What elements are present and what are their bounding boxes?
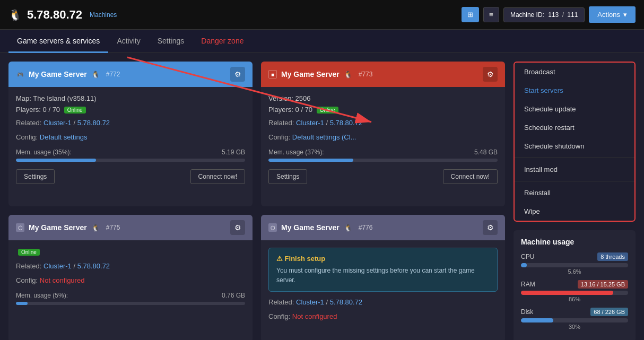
card-header-772: 🎮 My Game Server 🐧 #772 ⚙ <box>8 62 253 87</box>
tab-game-servers[interactable]: Game servers & services <box>8 30 108 53</box>
disk-label: Disk <box>521 308 533 316</box>
ram-badge: 13.16 / 15.25 GB <box>578 280 628 289</box>
dropdown-item-schedule-shutdown[interactable]: Schedule shutdown <box>515 137 634 155</box>
card-body-776: ⚠ Finish setup You must configure the mi… <box>261 240 505 328</box>
main-content: 🎮 My Game Server 🐧 #772 ⚙ Map: The Islan… <box>0 53 644 340</box>
card-icon-772: 🎮 <box>16 70 24 79</box>
dropdown-divider-1 <box>515 158 634 158</box>
warning-title-776: ⚠ Finish setup <box>276 255 490 263</box>
settings-button-773[interactable]: Settings <box>268 169 307 184</box>
card-body-773: Version: 2506 Players: 0 / 70 Online Rel… <box>261 87 505 191</box>
gear-button-776[interactable]: ⚙ <box>483 220 498 235</box>
disk-row: Disk 68 / 226 GB 30% <box>521 308 628 330</box>
card-body-775: Online Related: Cluster-1 / 5.78.80.72 C… <box>8 240 253 312</box>
card-config-776: Config: Not configured <box>268 312 498 320</box>
server-card-776: ⬡ My Game Server 🐧 #776 ⚙ ⚠ Finish setup… <box>261 215 505 340</box>
grid-view-button[interactable]: ⊞ <box>462 7 479 22</box>
tab-activity[interactable]: Activity <box>108 30 149 53</box>
mem-section-773: Mem. usage (37%): 5.48 GB <box>268 149 498 162</box>
tab-danger-zone[interactable]: Danger zone <box>193 30 252 53</box>
card-name-776: My Game Server <box>281 223 340 232</box>
card-name-772: My Game Server <box>29 70 87 79</box>
dropdown-item-schedule-restart[interactable]: Schedule restart <box>515 118 634 137</box>
card-related-776: Related: Cluster-1 / 5.78.80.72 <box>268 298 498 306</box>
card-name-775: My Game Server <box>29 223 87 232</box>
card-actions-772: Settings Connect now! <box>16 169 245 184</box>
linux-logo-icon: 🐧 <box>8 8 22 21</box>
linux-icon-776: 🐧 <box>344 224 352 232</box>
card-related-772: Related: Cluster-1 / 5.78.80.72 <box>16 119 245 127</box>
gear-button-773[interactable]: ⚙ <box>483 67 498 82</box>
dropdown-item-install-mod[interactable]: Install mod <box>515 160 634 179</box>
card-num-775: #775 <box>106 224 120 231</box>
ip-link-773[interactable]: 5.78.80.72 <box>330 119 362 127</box>
linux-icon-773: 🐧 <box>344 71 352 79</box>
config-link-773[interactable]: Default settings (Cl... <box>292 133 356 141</box>
actions-button[interactable]: Actions <box>589 6 636 23</box>
connect-button-773[interactable]: Connect now! <box>443 169 498 184</box>
config-link-775[interactable]: Not configured <box>40 276 85 284</box>
list-view-button[interactable]: ≡ <box>483 7 499 22</box>
cluster-link-775[interactable]: Cluster-1 <box>43 262 72 270</box>
ip-link-775[interactable]: 5.78.80.72 <box>77 262 110 270</box>
cluster-link-776[interactable]: Cluster-1 <box>296 298 324 306</box>
cpu-progress <box>521 263 628 267</box>
dropdown-item-reinstall[interactable]: Reinstall <box>515 184 634 202</box>
cluster-link-773[interactable]: Cluster-1 <box>296 119 324 127</box>
card-num-773: #773 <box>359 71 373 78</box>
machine-usage-panel: Machine usage CPU 8 threads 5.6% RAM 13.… <box>514 230 636 340</box>
ip-link-776[interactable]: 5.78.80.72 <box>330 298 362 306</box>
dropdown-item-schedule-update[interactable]: Schedule update <box>515 100 634 118</box>
machine-ip: 5.78.80.72 <box>27 8 82 22</box>
machine-id-1: 113 <box>548 11 559 19</box>
status-badge-773: Online <box>317 107 338 114</box>
dropdown-item-wipe[interactable]: Wipe <box>515 202 634 221</box>
machine-id-sep: / <box>562 11 564 19</box>
mem-section-775: Mem. usage (5%): 0.76 GB <box>16 292 245 305</box>
disk-progress <box>521 318 628 322</box>
machine-usage-title: Machine usage <box>521 238 628 246</box>
status-area-775: Online <box>16 248 245 256</box>
tab-settings[interactable]: Settings <box>149 30 193 53</box>
gear-button-772[interactable]: ⚙ <box>230 67 245 82</box>
config-link-776[interactable]: Not configured <box>292 312 337 320</box>
dropdown-item-broadcast[interactable]: Broadcast <box>515 63 634 81</box>
card-num-776: #776 <box>359 224 373 231</box>
machine-id-2: 111 <box>567 11 578 19</box>
connect-button-772[interactable]: Connect now! <box>190 169 245 184</box>
card-header-775: ⬡ My Game Server 🐧 #775 ⚙ <box>8 215 253 240</box>
mem-progress-775 <box>16 302 245 305</box>
actions-dropdown: Broadcast Start servers Schedule update … <box>514 62 636 222</box>
mem-progress-772 <box>16 159 245 162</box>
card-name-773: My Game Server <box>281 70 340 79</box>
card-info-map-772: Map: The Island (v358.11) <box>16 94 245 102</box>
card-info-players-773: Players: 0 / 70 Online <box>268 106 498 114</box>
mem-progress-773 <box>268 159 498 162</box>
card-body-772: Map: The Island (v358.11) Players: 0 / 7… <box>8 87 253 191</box>
cluster-link-772[interactable]: Cluster-1 <box>43 119 72 127</box>
card-config-772: Config: Default settings <box>16 133 245 141</box>
card-info-version-773: Version: 2506 <box>268 94 498 102</box>
machine-id-label: Machine ID: <box>510 11 544 19</box>
ip-link-772[interactable]: 5.78.80.72 <box>77 119 110 127</box>
warning-box-776: ⚠ Finish setup You must configure the mi… <box>268 248 498 292</box>
warning-text-776: You must configure the missing settings … <box>276 266 490 285</box>
tabs-bar: Game servers & services Activity Setting… <box>0 30 644 53</box>
card-related-773: Related: Cluster-1 / 5.78.80.72 <box>268 119 498 127</box>
ram-row: RAM 13.16 / 15.25 GB 86% <box>521 280 628 302</box>
mem-fill-775 <box>16 302 28 305</box>
card-info-players-772: Players: 0 / 70 Online <box>16 106 245 114</box>
machines-link[interactable]: Machines <box>90 11 117 19</box>
cards-grid: 🎮 My Game Server 🐧 #772 ⚙ Map: The Islan… <box>8 62 505 340</box>
gear-button-775[interactable]: ⚙ <box>230 220 245 235</box>
dropdown-divider-2 <box>515 181 634 181</box>
settings-button-772[interactable]: Settings <box>16 169 55 184</box>
config-link-772[interactable]: Default settings <box>40 133 88 141</box>
mem-fill-773 <box>268 159 353 162</box>
disk-badge: 68 / 226 GB <box>590 308 628 316</box>
disk-fill <box>521 318 553 322</box>
mem-label-772: Mem. usage (35%): 5.19 GB <box>16 149 245 156</box>
dropdown-item-start-servers[interactable]: Start servers <box>515 81 634 100</box>
card-related-775: Related: Cluster-1 / 5.78.80.72 <box>16 262 245 270</box>
header: 🐧 5.78.80.72 Machines ⊞ ≡ Machine ID: 11… <box>0 0 644 30</box>
